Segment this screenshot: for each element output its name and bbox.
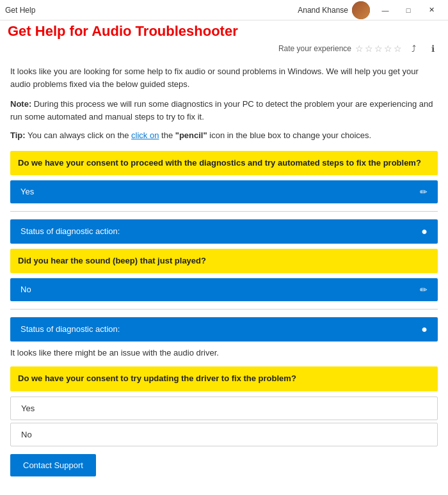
divider-1 <box>10 211 438 212</box>
divider-2 <box>10 309 438 310</box>
note-text: Note: During this process we will run so… <box>10 98 438 123</box>
status-label-2: Status of diagnostic action: <box>20 324 120 334</box>
tip-text-end: icon in the blue box to change your choi… <box>207 130 372 140</box>
status-check-icon-2: ● <box>421 324 428 335</box>
star-5[interactable]: ☆ <box>394 43 402 54</box>
rating-label: Rate your experience <box>278 44 351 53</box>
app-header: Get Help for Audio Troubleshooter Rate y… <box>0 20 448 60</box>
tip-text: Tip: You can always click on the click o… <box>10 129 438 142</box>
user-name: Anand Khanse <box>298 6 348 15</box>
avatar <box>352 1 370 19</box>
answer-button-no-1[interactable]: No ✏ <box>10 278 438 301</box>
answer-no-1-label: No <box>20 285 31 294</box>
question-box-1: Do we have your consent to proceed with … <box>10 151 438 175</box>
issue-text: It looks like there might be an issue wi… <box>10 347 438 359</box>
status-check-icon-1: ● <box>421 226 428 237</box>
option-yes-label: Yes <box>21 404 35 413</box>
intro-text: It looks like you are looking for some h… <box>10 65 438 90</box>
maximize-button[interactable]: □ <box>397 1 420 19</box>
tip-label: Tip: <box>10 130 26 140</box>
answer-option-yes[interactable]: Yes <box>10 397 438 420</box>
content-area: It looks like you are looking for some h… <box>0 60 448 495</box>
question-box-3: Do we have your consent to try updating … <box>10 366 438 391</box>
rating-bar: Rate your experience ☆ ☆ ☆ ☆ ☆ ⤴ ℹ <box>8 41 440 56</box>
minimize-button[interactable]: — <box>374 1 397 19</box>
title-bar: Get Help Anand Khanse — □ ✕ <box>0 0 448 20</box>
answer-button-yes-1[interactable]: Yes ✏ <box>10 180 438 203</box>
page-title: Get Help for Audio Troubleshooter <box>8 23 440 40</box>
answer-yes-1-label: Yes <box>20 187 34 196</box>
status-label-1: Status of diagnostic action: <box>20 226 120 236</box>
status-bar-1: Status of diagnostic action: ● <box>10 219 438 244</box>
star-1[interactable]: ☆ <box>355 43 364 54</box>
info-icon[interactable]: ℹ <box>425 41 440 56</box>
avatar-image <box>352 1 370 19</box>
contact-support-button[interactable]: Contact Support <box>10 454 96 476</box>
app-name: Get Help <box>5 6 35 15</box>
answer-option-no[interactable]: No <box>10 423 438 446</box>
window-controls: — □ ✕ <box>374 1 443 19</box>
pencil-icon-1: ✏ <box>420 187 428 197</box>
status-bar-2: Status of diagnostic action: ● <box>10 317 438 342</box>
close-button[interactable]: ✕ <box>420 1 443 19</box>
pencil-icon-2: ✏ <box>420 285 428 295</box>
star-4[interactable]: ☆ <box>384 43 392 54</box>
star-3[interactable]: ☆ <box>374 43 383 54</box>
tip-body: You can always click on the <box>26 130 132 140</box>
question-box-2: Did you hear the sound (beep) that just … <box>10 249 438 273</box>
star-2[interactable]: ☆ <box>365 43 373 54</box>
note-body: During this process we will run some dia… <box>10 99 433 122</box>
title-bar-right: Anand Khanse — □ ✕ <box>298 1 443 19</box>
tip-click-link[interactable]: click on <box>131 130 159 140</box>
share-icon[interactable]: ⤴ <box>406 41 421 56</box>
star-rating[interactable]: ☆ ☆ ☆ ☆ ☆ <box>355 43 402 54</box>
option-no-label: No <box>21 430 32 439</box>
pencil-quoted: "pencil" <box>175 130 207 140</box>
note-label: Note: <box>10 99 31 109</box>
